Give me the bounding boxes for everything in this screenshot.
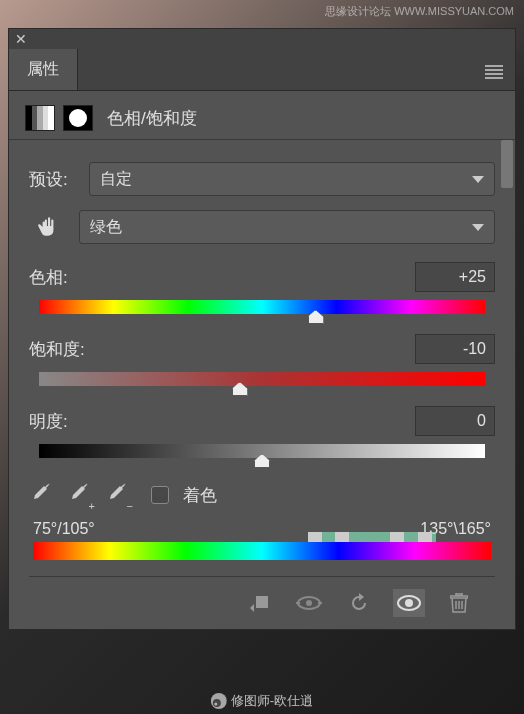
svg-rect-0 [256,596,268,608]
adjustment-name: 色相/饱和度 [107,107,197,130]
hue-label: 色相: [29,266,77,289]
eyedropper-icon[interactable] [29,480,53,510]
range-marker-1[interactable] [308,532,322,542]
range-left: 75°/105° [33,520,95,538]
svg-point-2 [306,600,312,606]
panel-header: ✕ [9,29,515,49]
panel-content: 预设: 自定 绿色 色相: 饱和度: [9,139,515,629]
preset-dropdown[interactable]: 自定 [89,162,495,196]
scrollbar[interactable] [501,140,513,188]
preset-label: 预设: [29,168,77,191]
weibo-icon [211,693,227,709]
saturation-value[interactable] [415,334,495,364]
panel-menu-icon[interactable] [473,49,515,90]
hue-value[interactable] [415,262,495,292]
channel-dropdown[interactable]: 绿色 [79,210,495,244]
watermark-top: 思缘设计论坛 WWW.MISSYUAN.COM [325,4,514,19]
svg-point-7 [214,703,217,706]
properties-panel: ✕ 属性 色相/饱和度 预设: 自定 绿色 色相: [8,28,516,630]
adjustment-header: 色相/饱和度 [9,91,515,139]
hue-slider[interactable] [39,300,485,316]
mask-icon[interactable] [63,105,93,131]
range-marker-4[interactable] [418,532,432,542]
range-marker-3[interactable] [390,532,404,542]
colorize-label: 着色 [183,484,217,507]
colorize-checkbox[interactable] [151,486,169,504]
saturation-label: 饱和度: [29,338,85,361]
channel-row: 绿色 [29,210,495,244]
svg-point-4 [405,599,413,607]
eyedropper-subtract-icon[interactable]: − [105,480,129,510]
clip-to-layer-icon[interactable] [243,589,275,617]
range-marker-2[interactable] [335,532,349,542]
lightness-slider-group: 明度: [29,406,495,460]
eyedropper-row: + − 着色 [29,480,495,510]
hue-slider-group: 色相: [29,262,495,316]
close-icon[interactable]: ✕ [9,29,33,49]
lightness-label: 明度: [29,410,77,433]
tab-properties[interactable]: 属性 [9,49,78,90]
lightness-slider[interactable] [39,444,485,460]
preset-row: 预设: 自定 [29,162,495,196]
saturation-slider-group: 饱和度: [29,334,495,388]
reset-icon[interactable] [343,589,375,617]
visibility-icon[interactable] [393,589,425,617]
trash-icon[interactable] [443,589,475,617]
targeted-adjustment-icon[interactable] [29,214,67,240]
credit-footer: 修图师-欧仕逍 [211,692,313,710]
view-previous-icon[interactable] [293,589,325,617]
eyedropper-add-icon[interactable]: + [67,480,91,510]
bottom-toolbar [29,576,495,629]
gradient-map-icon[interactable] [25,105,55,131]
saturation-slider[interactable] [39,372,485,388]
hue-range-bar[interactable] [33,542,491,560]
tab-bar: 属性 [9,49,515,91]
lightness-value[interactable] [415,406,495,436]
